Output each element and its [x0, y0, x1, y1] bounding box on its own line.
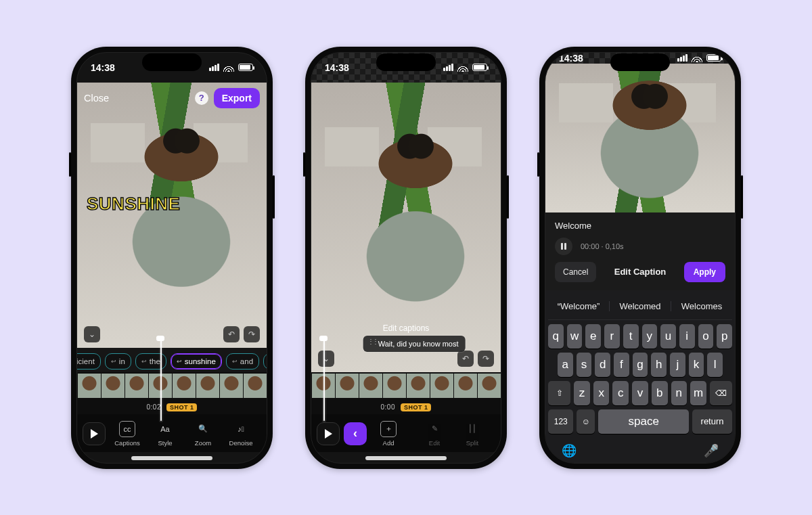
undo-icon[interactable]: ↶: [457, 351, 474, 367]
key-p[interactable]: p: [717, 324, 732, 349]
token[interactable]: ↩the: [135, 353, 166, 370]
key-u[interactable]: u: [660, 324, 676, 349]
key-x[interactable]: x: [593, 381, 610, 405]
emoji-key[interactable]: ☺: [577, 409, 595, 434]
battery-icon: [472, 64, 487, 71]
chevron-down-icon[interactable]: ⌄: [318, 351, 334, 367]
dynamic-island: [610, 53, 670, 71]
home-indicator: [131, 456, 212, 460]
zoom-icon: 🔍: [195, 421, 211, 437]
tool-delete[interactable]: 🗑 Delete: [493, 421, 495, 447]
edit-captions-label: Edit captions: [383, 323, 430, 333]
tool-edit[interactable]: ✎ Edit: [417, 421, 452, 447]
wifi-icon: [223, 64, 234, 72]
play-button[interactable]: [83, 422, 106, 445]
redo-icon[interactable]: ↷: [478, 351, 494, 367]
help-icon[interactable]: ?: [195, 91, 208, 105]
pause-button[interactable]: [555, 238, 572, 255]
key-l[interactable]: l: [707, 353, 723, 377]
time-indicator: 0:00 SHOT 1: [311, 399, 501, 414]
dynamic-island: [142, 53, 202, 71]
export-button[interactable]: Export: [214, 88, 260, 108]
tool-denoise[interactable]: ♪⃠ Denoise: [223, 421, 258, 447]
key-a[interactable]: a: [558, 353, 573, 377]
timeline-filmstrip[interactable]: [77, 372, 267, 399]
cancel-button[interactable]: Cancel: [555, 262, 596, 282]
redo-icon[interactable]: ↷: [244, 326, 260, 342]
key-row-2: a s d f g h j k l: [548, 353, 732, 377]
return-key[interactable]: return: [692, 409, 732, 434]
space-key[interactable]: space: [598, 409, 689, 434]
key-i[interactable]: i: [679, 324, 695, 349]
back-button[interactable]: ‹: [344, 422, 367, 445]
apply-button[interactable]: Apply: [684, 262, 725, 282]
token-selected[interactable]: ↩sunshine: [171, 353, 222, 370]
globe-icon[interactable]: 🌐: [562, 443, 577, 458]
chevron-down-icon[interactable]: ⌄: [84, 326, 100, 342]
cell-signal-icon: [443, 64, 453, 71]
token[interactable]: ↩vitamin: [263, 353, 267, 370]
phone-3: 14:38 Welcome 00:00 · 0,10s Cancel Edit …: [539, 47, 741, 469]
key-d[interactable]: d: [595, 353, 610, 377]
status-time: 14:38: [91, 62, 115, 73]
key-row-1: q w e r t y u i o p: [548, 324, 732, 349]
mic-icon[interactable]: 🎤: [704, 443, 719, 458]
key-b[interactable]: b: [652, 381, 668, 405]
play-button[interactable]: [317, 422, 340, 445]
key-m[interactable]: m: [690, 381, 706, 405]
key-row-4: 123 ☺ space return: [548, 409, 732, 434]
key-c[interactable]: c: [612, 381, 629, 405]
key-v[interactable]: v: [632, 381, 648, 405]
video-preview[interactable]: [545, 64, 735, 212]
key-w[interactable]: w: [567, 324, 583, 349]
tool-split[interactable]: ⎮⎮ Split: [455, 421, 490, 447]
timeline-filmstrip[interactable]: [311, 372, 501, 399]
phone-2: 14:38 ⌄ ↶ ↷ Edit captions Wait, did you …: [305, 47, 507, 469]
tool-style[interactable]: Aa Style: [148, 421, 183, 447]
suggestion[interactable]: “Welcome”: [548, 301, 609, 311]
suggestion[interactable]: Welcomed: [609, 301, 671, 311]
caption-word-input[interactable]: Welcome: [555, 221, 725, 231]
cell-signal-icon: [677, 54, 687, 62]
tool-captions[interactable]: cc Captions: [110, 421, 145, 447]
playhead[interactable]: [149, 374, 172, 398]
token[interactable]: ↩in: [105, 353, 131, 370]
tool-zoom[interactable]: 🔍 Zoom: [185, 421, 221, 447]
key-z[interactable]: z: [574, 381, 590, 405]
key-q[interactable]: q: [548, 324, 564, 349]
edit-caption-panel: Welcome 00:00 · 0,10s Cancel Edit Captio…: [545, 212, 735, 290]
suggestion[interactable]: Welcomes: [671, 301, 732, 311]
phone-1: 14:38 Close ? Export SUNSHINE ⌄ ↶: [71, 47, 273, 469]
close-button[interactable]: Close: [84, 93, 109, 104]
key-s[interactable]: s: [577, 353, 592, 377]
numbers-key[interactable]: 123: [548, 409, 573, 434]
key-o[interactable]: o: [698, 324, 714, 349]
key-y[interactable]: y: [642, 324, 658, 349]
token[interactable]: ↩and: [226, 353, 259, 370]
key-g[interactable]: g: [633, 353, 648, 377]
caption-pill[interactable]: Wait, did you know most: [363, 336, 466, 352]
keyboard: “Welcome” Welcomed Welcomes q w e r t y …: [545, 290, 735, 464]
undo-icon[interactable]: ↶: [223, 326, 240, 342]
key-r[interactable]: r: [604, 324, 620, 349]
bottom-toolbar: ‹ ＋ Add ✎ Edit ⎮⎮ Split: [311, 414, 501, 452]
captions-icon: cc: [119, 421, 135, 437]
key-t[interactable]: t: [623, 324, 639, 349]
key-h[interactable]: h: [651, 353, 667, 377]
home-indicator: [365, 456, 447, 460]
token-row[interactable]: ↩icient ↩in ↩the ↩sunshine ↩and ↩vitamin: [77, 348, 267, 372]
tool-add[interactable]: ＋ Add: [371, 421, 406, 447]
shift-key[interactable]: ⇧: [548, 381, 570, 405]
backspace-key[interactable]: ⌫: [710, 381, 732, 405]
playhead[interactable]: [312, 374, 335, 398]
video-preview[interactable]: Close ? Export SUNSHINE ⌄ ↶ ↷: [77, 83, 267, 348]
key-e[interactable]: e: [585, 324, 601, 349]
key-n[interactable]: n: [671, 381, 687, 405]
key-f[interactable]: f: [614, 353, 629, 377]
key-k[interactable]: k: [689, 353, 704, 377]
key-j[interactable]: j: [670, 353, 685, 377]
token[interactable]: ↩icient: [77, 353, 101, 370]
play-icon: [325, 429, 332, 439]
shot-chip: SHOT 1: [166, 403, 198, 411]
video-preview[interactable]: ⌄ ↶ ↷ Edit captions Wait, did you know m…: [311, 83, 501, 372]
